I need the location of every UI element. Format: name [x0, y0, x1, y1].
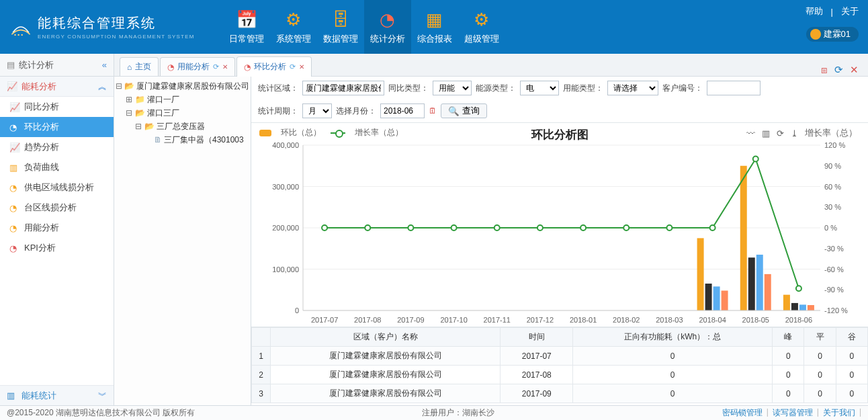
reg-label: 注册用户： [422, 407, 462, 419]
sidebar-item[interactable]: ◔台区线损分析 [0, 198, 114, 218]
tree-leaf[interactable]: 🗎三厂集中器（4301003 [116, 133, 249, 146]
footer-link[interactable]: 关于我们 [823, 407, 855, 419]
table-row[interactable]: 3厦门建霖健康家居股份有限公司2017-090000 [252, 384, 868, 403]
sidebar-item[interactable]: 📈同比分析 [0, 97, 114, 117]
refresh-icon[interactable]: ⟳ [777, 128, 784, 138]
logo-icon [9, 15, 32, 38]
nav-stats[interactable]: ◔统计分析 [364, 0, 411, 54]
document-icon: 🗎 [154, 135, 162, 144]
sidebar-item[interactable]: ◔环比分析 [0, 117, 114, 137]
svg-text:2018-04: 2018-04 [699, 316, 726, 324]
close-all-icon[interactable]: ✕ [850, 64, 859, 76]
nav-daily[interactable]: 📅日常管理 [223, 0, 270, 54]
tab-usage[interactable]: ◔用能分析⟳✕ [160, 57, 235, 76]
folder-icon: 📁 [135, 95, 145, 104]
svg-rect-35 [705, 284, 712, 310]
collapse-icon[interactable]: ⊟ [116, 81, 122, 91]
svg-rect-36 [713, 286, 720, 310]
folder-icon: 📂 [135, 108, 145, 118]
tree-node[interactable]: ⊟📂三厂总变压器 [116, 120, 249, 133]
collapse-icon[interactable]: ⊟ [134, 122, 142, 131]
label-use: 用能类型： [563, 83, 603, 94]
svg-point-1 [17, 34, 19, 36]
nav-system[interactable]: ⚙系统管理 [270, 0, 317, 54]
sidebar-item[interactable]: 📈趋势分析 [0, 137, 114, 157]
table-row[interactable]: 1厦门建霖健康家居股份有限公司2017-070000 [252, 347, 868, 366]
month-input[interactable] [380, 103, 425, 118]
col-header: 时间 [501, 328, 573, 347]
svg-point-55 [710, 225, 715, 230]
close-boxed-icon[interactable]: ⧆ [821, 64, 828, 76]
about-link[interactable]: 关于 [841, 5, 859, 17]
pie-icon: ◔ [167, 62, 174, 72]
sidebar-item[interactable]: ◔KPI分析 [0, 238, 114, 258]
chart-svg: 0100,000200,000300,000400,000-120 %-90 %… [259, 140, 860, 327]
sidebar-footer[interactable]: ▥ 能耗统计 ︾ [0, 385, 114, 405]
search-icon: 🔍 [448, 106, 460, 116]
col-header: 平 [804, 328, 836, 347]
chevron-down-icon[interactable]: ︾ [98, 390, 107, 402]
tree-node[interactable]: ⊞📁灌口一厂 [116, 93, 249, 106]
row-number: 2 [252, 366, 271, 384]
cell: 2017-09 [501, 384, 573, 403]
svg-text:2017-09: 2017-09 [397, 316, 424, 324]
svg-rect-37 [722, 290, 728, 310]
sidebar-group-energy[interactable]: 📈 能耗分析 ︽ [0, 77, 114, 97]
tree-root[interactable]: ⊟📂厦门建霖健康家居股份有限公司 [116, 79, 249, 93]
close-icon[interactable]: ✕ [299, 63, 304, 71]
collapse-icon[interactable]: ⊟ [125, 108, 133, 118]
sidebar-item[interactable]: ◔用能分析 [0, 218, 114, 238]
bars-icon[interactable]: ▥ [762, 128, 770, 138]
close-icon[interactable]: ✕ [222, 63, 228, 71]
cell: 厦门建霖健康家居股份有限公司 [271, 366, 501, 384]
collapse-left-icon[interactable]: « [102, 60, 107, 70]
chart-icon: 📈 [7, 81, 17, 91]
nav-data[interactable]: 🗄数据管理 [317, 0, 364, 54]
label-cust: 客户编号： [662, 83, 703, 94]
nav-super[interactable]: ⚙超级管理 [458, 0, 505, 54]
sidebar-head[interactable]: ▤ 统计分析 « [0, 54, 114, 76]
energy-select[interactable]: 电 [520, 81, 559, 95]
cell: 0 [836, 347, 867, 366]
svg-point-54 [666, 225, 672, 230]
cell: 0 [804, 384, 836, 403]
tabbar-tools: ⧆ ⟳ ✕ [821, 64, 868, 76]
pulse-icon[interactable]: 〰 [746, 128, 755, 138]
sidebar-item[interactable]: ◔供电区域线损分析 [0, 177, 114, 198]
area-input[interactable] [302, 81, 384, 95]
refresh-icon[interactable]: ⟳ [290, 62, 296, 71]
download-icon[interactable]: ⤓ [791, 128, 798, 138]
query-button[interactable]: 🔍查询 [441, 103, 487, 118]
cust-input[interactable] [707, 81, 761, 95]
footer-link[interactable]: 密码锁管理 [722, 407, 763, 419]
comp-select[interactable]: 用能 [433, 81, 472, 95]
svg-text:2018-01: 2018-01 [570, 316, 597, 324]
svg-rect-38 [740, 166, 747, 310]
chevron-up-icon[interactable]: ︽ [98, 81, 107, 93]
use-select[interactable]: 请选择 [607, 81, 658, 95]
period-select[interactable]: 月 [302, 103, 332, 118]
svg-rect-45 [808, 305, 814, 310]
refresh-icon[interactable]: ⟳ [213, 62, 219, 71]
nav-report[interactable]: ▦综合报表 [411, 0, 458, 54]
sidebar-item[interactable]: ▥负荷曲线 [0, 157, 114, 177]
expand-icon[interactable]: ⊞ [125, 95, 133, 104]
refresh-all-icon[interactable]: ⟳ [834, 64, 843, 76]
tab-home[interactable]: ⌂主页 [120, 57, 159, 76]
calendar-icon[interactable]: 🗓 [429, 106, 437, 116]
help-link[interactable]: 帮助 [806, 5, 823, 17]
footer-link[interactable]: 读写器管理 [773, 407, 813, 419]
row-number: 3 [252, 384, 271, 403]
tree-node[interactable]: ⊟📂灌口三厂 [116, 106, 249, 120]
logo-block: 能耗综合管理系统 ENERGY CONSUMPTION MANAGEMENT S… [0, 14, 204, 40]
table-row[interactable]: 2厦门建霖健康家居股份有限公司2017-080000 [252, 366, 868, 384]
cogs-icon: ⚙ [474, 9, 489, 30]
user-chip[interactable]: 建霖01 [806, 27, 859, 42]
svg-text:200,000: 200,000 [272, 224, 299, 232]
app-subtitle: ENERGY CONSUMPTION MANAGEMENT SYSTEM [38, 34, 195, 40]
col-header: 谷 [836, 328, 867, 347]
tab-ratio[interactable]: ◔环比分析⟳✕ [236, 56, 312, 77]
svg-text:2018-02: 2018-02 [613, 316, 640, 324]
folder-icon: 📂 [124, 81, 134, 91]
app-title: 能耗综合管理系统 [38, 14, 195, 32]
